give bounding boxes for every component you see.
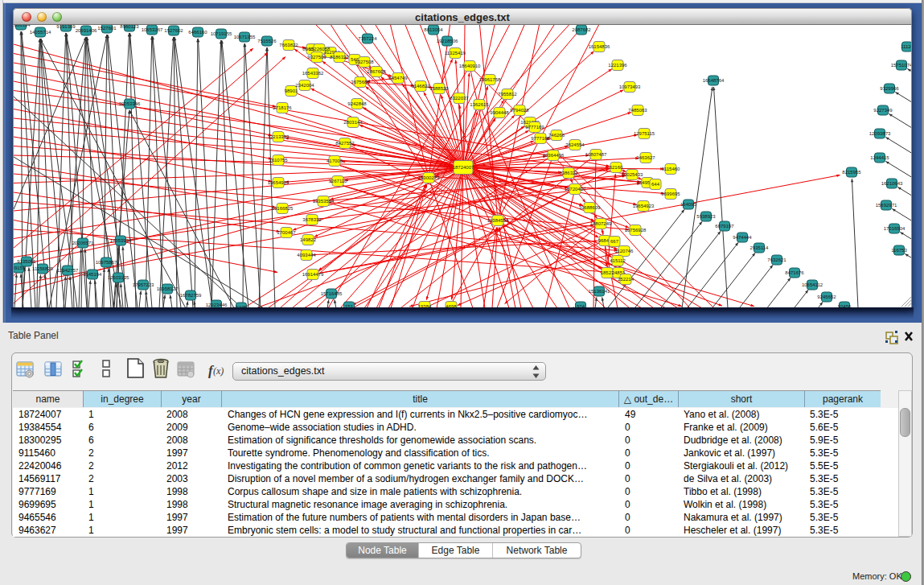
svg-text:3267110: 3267110	[329, 179, 348, 183]
svg-text:10975867: 10975867	[96, 260, 117, 265]
svg-text:15720407: 15720407	[565, 187, 586, 192]
svg-text:20053346: 20053346	[119, 101, 141, 106]
svg-text:7663822: 7663822	[279, 43, 298, 47]
svg-text:11156829: 11156829	[32, 266, 53, 271]
svg-text:7515526: 7515526	[257, 39, 277, 43]
svg-text:16914479: 16914479	[302, 272, 324, 277]
svg-text:9777168: 9777168	[531, 136, 550, 141]
svg-text:14055714: 14055714	[30, 30, 51, 35]
svg-text:10958127: 10958127	[157, 286, 179, 291]
svg-text:19384554: 19384554	[487, 218, 509, 223]
svg-text:16210643: 16210643	[881, 181, 903, 186]
svg-text:15136141: 15136141	[589, 289, 610, 294]
svg-text:16543362: 16543362	[302, 71, 324, 76]
svg-text:9794028: 9794028	[510, 108, 529, 113]
svg-text:20364436: 20364436	[543, 153, 565, 158]
svg-text:415112: 415112	[610, 258, 626, 263]
svg-text:4698: 4698	[446, 304, 457, 307]
svg-text:11124: 11124	[901, 44, 912, 49]
svg-text:252214: 252214	[618, 277, 634, 282]
svg-text:116753: 116753	[891, 248, 907, 253]
svg-text:9135061: 9135061	[17, 259, 36, 264]
svg-text:3678332: 3678332	[302, 217, 322, 222]
svg-text:644: 644	[651, 182, 660, 187]
svg-text:9904448: 9904448	[490, 110, 509, 115]
svg-text:9329966: 9329966	[880, 86, 899, 91]
svg-text:8471676: 8471676	[785, 270, 804, 275]
svg-text:9242848: 9242848	[347, 101, 367, 106]
svg-text:62160: 62160	[610, 165, 623, 170]
svg-text:1700467: 1700467	[277, 230, 296, 235]
svg-text:9327508: 9327508	[355, 60, 374, 64]
svg-text:10756928: 10756928	[625, 228, 647, 233]
svg-text:1145194: 1145194	[84, 272, 103, 277]
svg-text:7357224: 7357224	[358, 36, 377, 41]
svg-text:1120746: 1120746	[615, 249, 634, 253]
svg-text:1610755: 1610755	[269, 158, 288, 163]
svg-text:667: 667	[610, 239, 619, 244]
svg-text:98901: 98901	[285, 89, 298, 93]
svg-text:3675685: 3675685	[351, 80, 370, 84]
svg-text:16648764: 16648764	[703, 78, 725, 83]
svg-text:10671355: 10671355	[234, 35, 256, 39]
svg-text:8215955: 8215955	[842, 170, 861, 175]
svg-text:2935114: 2935114	[750, 245, 770, 250]
svg-text:7955812: 7955812	[498, 92, 517, 97]
svg-text:17353934: 17353934	[110, 238, 132, 243]
svg-text:10654112: 10654112	[802, 282, 823, 287]
svg-text:149822: 149822	[300, 237, 317, 242]
svg-text:18640910: 18640910	[459, 64, 481, 68]
svg-text:12093873: 12093873	[869, 131, 891, 136]
svg-text:1221396: 1221396	[608, 63, 627, 68]
svg-text:8186323: 8186323	[330, 55, 349, 60]
svg-text:151: 151	[345, 304, 354, 307]
svg-text:5938923: 5938923	[696, 214, 716, 219]
svg-text:10653267: 10653267	[142, 27, 163, 32]
svg-text:20206571: 20206571	[72, 241, 94, 245]
svg-text:12503135: 12503135	[108, 275, 129, 280]
svg-text:1527601: 1527601	[97, 26, 117, 31]
svg-text:15226058: 15226058	[309, 47, 331, 51]
svg-text:19384: 19384	[418, 304, 432, 307]
svg-text:15716485: 15716485	[321, 291, 343, 296]
svg-text:9227349: 9227349	[873, 108, 893, 113]
svg-text:8960123: 8960123	[120, 25, 139, 29]
svg-text:10719155: 10719155	[211, 31, 232, 36]
svg-text:9327509: 9327509	[307, 55, 326, 60]
svg-text:18724007: 18724007	[453, 165, 474, 170]
svg-text:10688609: 10688609	[579, 205, 601, 210]
svg-text:19654983: 19654983	[268, 180, 290, 185]
svg-text:8454749: 8454749	[388, 76, 408, 80]
svg-text:9115460: 9115460	[662, 167, 681, 171]
svg-text:8813054: 8813054	[424, 27, 443, 32]
svg-text:15751074: 15751074	[891, 63, 912, 68]
svg-text:746266: 746266	[548, 133, 565, 138]
svg-text:11325419: 11325419	[445, 51, 466, 56]
svg-text:1806394: 1806394	[14, 25, 31, 27]
svg-text:10807487: 10807487	[585, 152, 607, 157]
svg-text:9474444: 9474444	[733, 235, 752, 240]
svg-text:9699695: 9699695	[661, 192, 680, 196]
svg-text:16154836: 16154836	[589, 44, 610, 49]
svg-text:1244415: 1244415	[870, 155, 889, 160]
svg-text:8427552: 8427552	[335, 141, 355, 146]
svg-text:9777169: 9777169	[525, 125, 544, 130]
svg-text:164095: 164095	[680, 202, 697, 207]
svg-text:9245: 9245	[236, 305, 247, 307]
svg-text:19166825: 19166825	[272, 206, 294, 211]
svg-text:19654923: 19654923	[633, 204, 655, 208]
svg-text:2087682: 2087682	[572, 27, 591, 32]
svg-text:10973493: 10973493	[619, 84, 641, 89]
svg-text:10961758: 10961758	[479, 77, 501, 82]
svg-text:7386322: 7386322	[559, 171, 578, 175]
svg-text:417006: 417006	[326, 159, 343, 163]
svg-text:2718176: 2718176	[273, 105, 292, 110]
svg-text:12942757: 12942757	[57, 268, 79, 273]
svg-text:12923446: 12923446	[206, 303, 228, 307]
svg-text:6466160: 6466160	[188, 30, 207, 35]
svg-text:18807249: 18807249	[590, 221, 612, 226]
svg-text:3624554: 3624554	[565, 142, 585, 147]
svg-text:7485063: 7485063	[628, 108, 647, 113]
svg-text:12213383: 12213383	[268, 134, 290, 139]
svg-text:10025433: 10025433	[622, 172, 643, 177]
